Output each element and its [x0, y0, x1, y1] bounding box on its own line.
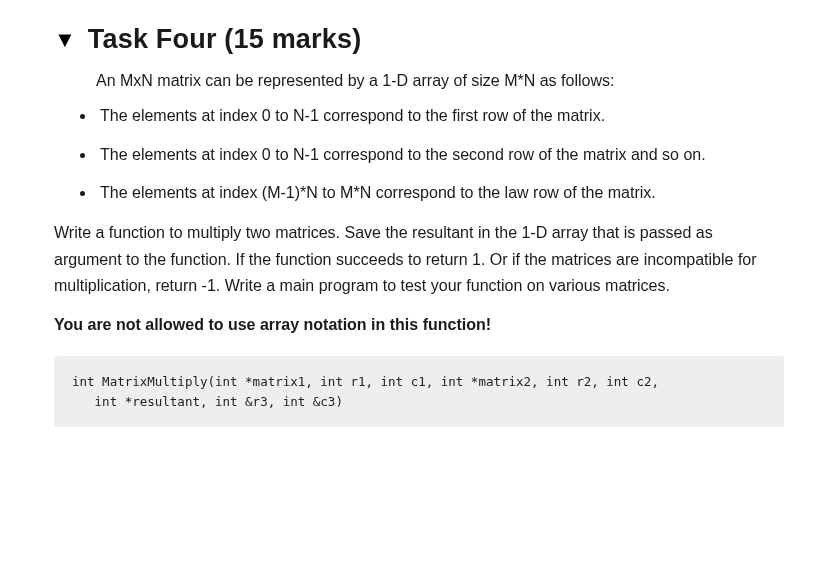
list-item: The elements at index 0 to N-1 correspon… — [96, 143, 784, 168]
task-heading-row: ▼ Task Four (15 marks) — [54, 24, 784, 55]
intro-paragraph: An MxN matrix can be represented by a 1-… — [96, 69, 784, 94]
restriction-warning: You are not allowed to use array notatio… — [54, 313, 784, 338]
list-item: The elements at index (M-1)*N to M*N cor… — [96, 181, 784, 206]
disclosure-triangle-icon[interactable]: ▼ — [54, 29, 76, 51]
document-page: ▼ Task Four (15 marks) An MxN matrix can… — [0, 0, 838, 461]
code-block: int MatrixMultiply(int *matrix1, int r1,… — [54, 356, 784, 427]
bullet-list: The elements at index 0 to N-1 correspon… — [74, 104, 784, 206]
list-item: The elements at index 0 to N-1 correspon… — [96, 104, 784, 129]
task-title: Task Four (15 marks) — [88, 24, 362, 55]
body-paragraph: Write a function to multiply two matrice… — [54, 220, 784, 299]
